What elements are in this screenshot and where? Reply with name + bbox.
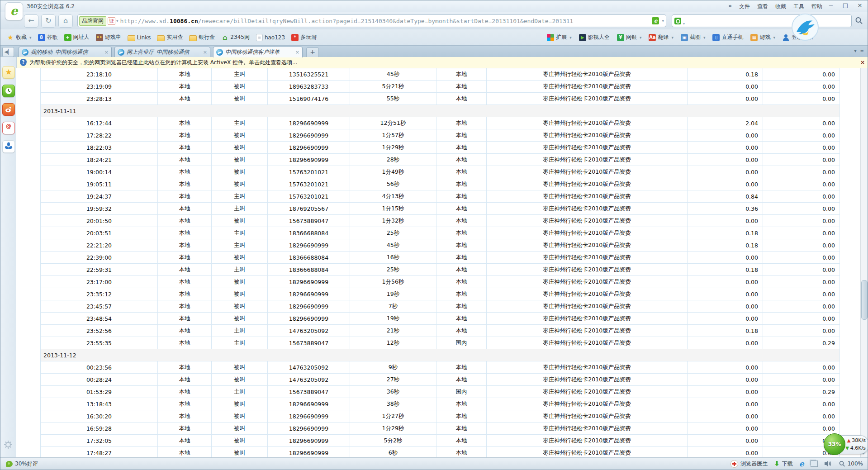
toolbar-item-影视大全[interactable]: ▶影视大全	[579, 33, 610, 41]
activex-notification-bar[interactable]: ? 为帮助保护您的安全，您的网页浏览器已经阻止此站点在您的计算机上安装 Acti…	[16, 57, 868, 68]
call-time-cell: 16:59:28	[41, 423, 158, 435]
address-bar[interactable]: 品牌官网 证 ▾ http://www.sd.10086.cn/newecare…	[77, 14, 666, 27]
call-fee-cell: 0.00	[688, 252, 763, 264]
certificate-badge[interactable]: 证	[108, 17, 115, 25]
bookmark-item-谷歌[interactable]: 8谷歌	[38, 33, 58, 41]
call-duration-cell: 6秒	[350, 447, 436, 458]
menu-帮助[interactable]: 帮助	[811, 3, 822, 10]
call-duration-cell: 45秒	[350, 239, 436, 252]
tab-1[interactable]: 我的移动_中国移动通信×	[19, 47, 112, 57]
zoom-control[interactable]: 100%	[839, 461, 863, 467]
call-fee-cell: 0.00	[688, 398, 763, 410]
plan-name-cell: 枣庄神州行轻松卡2010版产品资费	[487, 227, 688, 239]
call-destination-cell: 本地	[436, 239, 487, 252]
search-box[interactable]	[672, 14, 852, 27]
ie-compat-icon[interactable]: e	[799, 460, 804, 467]
toolbar-overflow-icon[interactable]: »	[728, 3, 732, 10]
menu-文件[interactable]: 文件	[739, 3, 750, 10]
call-direction-cell: 被叫	[212, 288, 268, 300]
call-time-cell: 23:52:56	[41, 325, 158, 337]
bookmark-item-Links[interactable]: Links	[128, 33, 151, 41]
mail-icon[interactable]: @	[2, 122, 15, 134]
browser-doctor-button[interactable]: 浏览器医生	[730, 460, 768, 468]
bookmark-item-多玩游[interactable]: *多玩游	[291, 33, 317, 41]
call-area-cell: 本地	[158, 203, 212, 215]
call-direction-cell: 被叫	[212, 410, 268, 423]
network-speed-badge[interactable]: ▲38K/s ▼4.6K/s 33%	[824, 433, 868, 455]
address-dropdown-icon[interactable]: ▾	[662, 19, 664, 23]
call-destination-cell: 本地	[436, 178, 487, 190]
weibo-icon[interactable]	[2, 103, 15, 116]
tab-close-icon[interactable]: ×	[295, 49, 299, 55]
tab-close-icon[interactable]: ×	[104, 49, 109, 55]
other-fee-cell: 0.00	[763, 178, 840, 190]
back-button[interactable]: ←	[24, 14, 38, 28]
call-number-cell: 18366688084	[268, 227, 350, 239]
tab-list-icon[interactable]: ▾	[854, 48, 857, 53]
call-duration-cell: 25秒	[350, 264, 436, 276]
tab-2[interactable]: 网上营业厅_中国移动通信×	[114, 47, 210, 57]
tab-3[interactable]: 中国移动通信客户详单×	[213, 47, 303, 57]
bookmark-item-网址大[interactable]: +网址大	[64, 33, 90, 41]
call-duration-cell: 1分29秒	[350, 423, 436, 435]
window-mode-icon[interactable]	[811, 461, 818, 467]
call-direction-cell: 被叫	[212, 374, 268, 386]
toolbar-item-翻译[interactable]: Aa翻译▾	[649, 33, 674, 41]
close-button[interactable]: ×	[855, 2, 865, 9]
home-icon[interactable]: ⌂	[58, 14, 73, 28]
favorites-menu[interactable]: ★ 收藏 ▾	[7, 33, 32, 41]
translate-icon: Aa	[649, 34, 656, 41]
tab-menu-icon[interactable]: ≡	[860, 48, 864, 53]
menu-工具[interactable]: 工具	[793, 3, 804, 10]
bookmark-item-游戏中[interactable]: ••游戏中	[96, 33, 121, 41]
tab-close-icon[interactable]: ×	[203, 49, 207, 55]
toolbar-item-直通手机[interactable]: ▯直通手机	[712, 33, 743, 41]
badge-caret-icon[interactable]: ▾	[116, 19, 119, 23]
call-number-cell: 18296690999	[268, 129, 350, 142]
menu-查看[interactable]: 查看	[757, 3, 768, 10]
bookmark-item-hao123[interactable]: ≡hao123	[256, 34, 285, 41]
chevron-down-icon: ▾	[569, 35, 572, 40]
scrollbar-thumb[interactable]	[861, 280, 868, 320]
refresh-icon[interactable]: ↻	[41, 14, 56, 28]
brand-site-badge[interactable]: 品牌官网	[79, 16, 106, 26]
settings-gear-icon[interactable]	[3, 440, 13, 450]
app-fan-icon[interactable]	[2, 140, 15, 153]
call-area-cell: 本地	[158, 435, 212, 447]
call-record-row: 20:01:50本地被叫156738890471分32秒本地枣庄神州行轻松卡20…	[41, 215, 840, 227]
call-direction-cell: 被叫	[212, 252, 268, 264]
house-favicon: ⌂	[221, 34, 228, 41]
browser-logo-icon[interactable]: e	[5, 2, 23, 20]
call-duration-cell: 19秒	[350, 288, 436, 300]
other-fee-cell: 0.29	[763, 337, 840, 349]
call-duration-cell: 1分56秒	[350, 276, 436, 288]
browser-rating[interactable]: 30%好评	[6, 460, 38, 468]
notification-close-icon[interactable]: ×	[860, 59, 865, 66]
other-fee-cell: 0.00	[763, 276, 840, 288]
toolbar-item-截图[interactable]: ▣截图▾	[681, 33, 706, 41]
site-engine-icon[interactable]: e	[652, 17, 659, 24]
sidebar-collapse-button[interactable]: ◀▏	[2, 47, 14, 57]
call-duration-cell: 12分51秒	[350, 117, 436, 129]
new-tab-button[interactable]: +	[306, 47, 319, 58]
download-manager-button[interactable]: ⬇ 下载	[774, 460, 793, 468]
toolbar-item-扩展[interactable]: 扩展▾	[547, 33, 572, 41]
bookmark-item-银行金[interactable]: 银行金	[189, 33, 215, 41]
favorites-star-icon[interactable]: ★	[2, 66, 15, 79]
optimize-percent-ball[interactable]: 33%	[824, 433, 845, 455]
search-engine-icon[interactable]	[674, 18, 681, 24]
call-area-cell: 本地	[158, 300, 212, 313]
minimize-button[interactable]: ─	[826, 2, 836, 9]
speaker-icon[interactable]	[824, 460, 832, 467]
vertical-scrollbar[interactable]: ▼	[860, 68, 868, 458]
bookmark-item-实用查[interactable]: 实用查	[157, 33, 183, 41]
bookmark-item-2345网[interactable]: ⌂2345网	[221, 33, 250, 41]
search-icon[interactable]	[854, 16, 863, 25]
url-text[interactable]: http://www.sd.10086.cn/newecare/billDeta…	[120, 18, 650, 24]
toolbar-item-游戏[interactable]: ▦游戏▾	[750, 33, 775, 41]
history-clock-icon[interactable]	[2, 85, 15, 97]
call-area-cell: 本地	[158, 264, 212, 276]
menu-收藏[interactable]: 收藏	[775, 3, 786, 10]
maximize-button[interactable]: □	[840, 2, 850, 9]
toolbar-item-网银[interactable]: ¥网银▾	[617, 33, 642, 41]
